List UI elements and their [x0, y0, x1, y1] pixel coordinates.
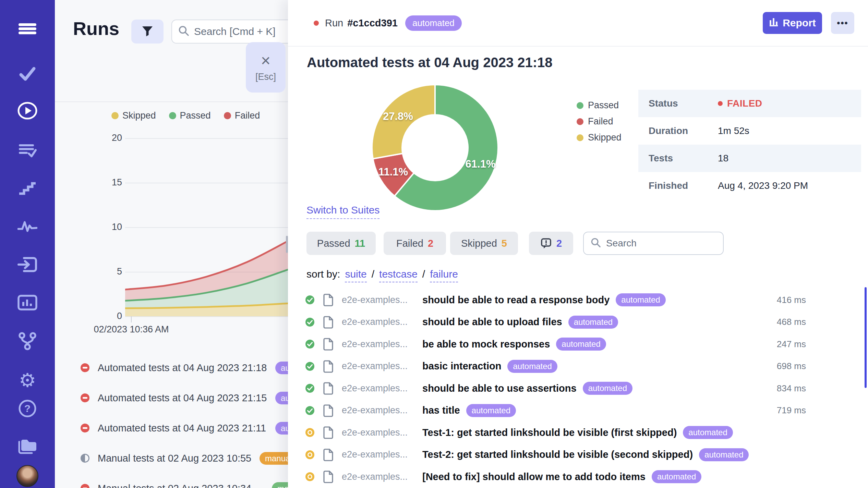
test-name[interactable]: Test-1: get started linkshould be visibl…: [422, 427, 677, 438]
run-row-badge: manual: [272, 482, 288, 488]
test-name[interactable]: be able to mock responses: [422, 339, 550, 350]
y-tick-label: 0: [89, 311, 122, 321]
filter-button[interactable]: [131, 20, 164, 44]
test-list: e2e-examples... should be able to read a…: [288, 289, 868, 488]
run-detail-panel: Run #c1ccd391 automated Report ••• Autom…: [288, 0, 868, 488]
test-row[interactable]: e2e-examples... should be able to upload…: [288, 311, 868, 333]
user-avatar[interactable]: [16, 465, 38, 487]
status-row-label: Finished: [638, 180, 718, 191]
legend-item: Skipped: [111, 110, 156, 121]
run-failed-icon: [80, 423, 90, 433]
run-row-title: Automated tests at 04 Aug 2023 21:15: [98, 387, 267, 409]
test-name[interactable]: should be able to read a response body: [422, 294, 610, 306]
file-icon: [323, 471, 334, 485]
status-row-value: FAILED: [718, 98, 762, 109]
activity-pulse-icon[interactable]: [0, 216, 55, 237]
sign-in-icon[interactable]: [0, 254, 55, 275]
run-manual-icon: [80, 453, 90, 463]
test-suite: e2e-examples...: [342, 289, 408, 311]
test-duration: 468 ms: [777, 311, 806, 333]
test-row[interactable]: e2e-examples... should be able to read a…: [288, 289, 868, 311]
area-chart-legend: Skipped Passed Failed: [111, 110, 260, 121]
test-passed-icon: [305, 317, 315, 327]
test-row[interactable]: e2e-examples... should be able to use as…: [288, 377, 868, 399]
donut-legend-dot: [577, 102, 583, 109]
run-row[interactable]: Automated tests at 04 Aug 2023 21:15 aut…: [55, 387, 288, 409]
test-badge: automated: [652, 470, 701, 483]
run-row[interactable]: Manual tests at 02 Aug 2023 10:34 manual: [55, 477, 288, 488]
test-skipped-icon: [305, 472, 315, 481]
test-name[interactable]: basic interaction: [422, 361, 501, 372]
test-row[interactable]: e2e-examples... has title automated 719 …: [288, 400, 868, 422]
donut-slice-label: 27.8%: [383, 110, 413, 122]
file-icon: [323, 426, 334, 440]
test-name[interactable]: Test-2: get started linkshould be visibl…: [422, 449, 693, 460]
runs-search: [171, 20, 288, 44]
test-duration: 834 ms: [777, 377, 806, 399]
check-icon[interactable]: [0, 63, 55, 84]
close-detail-button[interactable]: × [Esc]: [246, 42, 286, 93]
test-name[interactable]: has title: [422, 405, 460, 416]
run-row-title: Manual tests at 02 Aug 2023 10:34: [98, 477, 251, 488]
tests-search-input[interactable]: [606, 238, 723, 249]
sort-prefix: sort by:: [306, 268, 340, 280]
help-icon[interactable]: ?: [0, 398, 55, 419]
test-row[interactable]: e2e-examples... basic interaction automa…: [288, 355, 868, 377]
hamburger-menu-icon[interactable]: [0, 19, 55, 39]
settings-gear-icon[interactable]: ⚙: [0, 370, 55, 391]
folder-icon[interactable]: [0, 436, 55, 456]
more-options-button[interactable]: •••: [831, 12, 854, 34]
git-branch-icon[interactable]: [0, 331, 55, 351]
run-row-badge: manual: [260, 452, 288, 465]
test-name[interactable]: should be able to upload files: [422, 316, 562, 328]
test-row[interactable]: e2e-examples... [Need to fix] should all…: [288, 466, 868, 488]
file-icon: [323, 382, 334, 396]
test-badge: automated: [466, 404, 516, 417]
sort-link[interactable]: suite: [345, 268, 366, 282]
run-row-title: Automated tests at 04 Aug 2023 21:11: [98, 417, 266, 439]
test-duration: 698 ms: [777, 355, 806, 377]
status-table-row: Duration 1m 52s: [638, 117, 861, 145]
test-badge: automated: [699, 448, 749, 461]
filter-chip-failed[interactable]: Failed 2: [384, 232, 446, 255]
steps-icon[interactable]: [0, 177, 55, 198]
donut-legend-dot: [577, 134, 583, 141]
report-button[interactable]: Report: [763, 12, 822, 34]
file-icon: [323, 338, 334, 352]
comments-filter-chip[interactable]: 2: [529, 232, 573, 255]
test-badge: automated: [683, 426, 733, 439]
test-name[interactable]: should be able to use assertions: [422, 383, 577, 394]
funnel-icon: [141, 25, 154, 38]
test-badge: automated: [507, 360, 557, 373]
test-row[interactable]: e2e-examples... Test-1: get started link…: [288, 422, 868, 443]
run-row[interactable]: Automated tests at 04 Aug 2023 21:11 aut…: [55, 417, 288, 439]
bar-chart-panel-icon[interactable]: [0, 292, 55, 313]
filter-chip-passed[interactable]: Passed 11: [306, 232, 376, 255]
test-name[interactable]: [Need to fix] should allow me to add tod…: [422, 471, 646, 483]
status-row-value: 1m 52s: [718, 125, 749, 136]
run-row-badge: automated: [275, 362, 288, 374]
run-row[interactable]: Automated tests at 04 Aug 2023 21:18 aut…: [55, 357, 288, 379]
detail-scrollbar-thumb[interactable]: [865, 287, 867, 388]
runs-search-input[interactable]: [194, 26, 288, 37]
legend-dot: [224, 112, 231, 119]
play-circle-icon[interactable]: [0, 100, 55, 121]
filter-chip-skipped[interactable]: Skipped 5: [450, 232, 518, 255]
run-row[interactable]: Manual tests at 02 Aug 2023 10:55 manual: [55, 447, 288, 469]
test-suite: e2e-examples...: [342, 333, 408, 355]
run-row-badge: automated: [275, 422, 288, 435]
test-suite: e2e-examples...: [342, 311, 408, 333]
test-row[interactable]: e2e-examples... be able to mock response…: [288, 333, 868, 355]
switch-to-suites-link[interactable]: Switch to Suites: [306, 204, 379, 219]
sort-link[interactable]: failure: [430, 268, 458, 282]
list-check-icon[interactable]: [0, 140, 55, 160]
esc-hint: [Esc]: [255, 72, 276, 82]
test-suite: e2e-examples...: [342, 355, 408, 377]
test-row[interactable]: e2e-examples... Test-2: get started link…: [288, 444, 868, 466]
close-icon: ×: [261, 52, 270, 69]
test-passed-icon: [305, 295, 315, 305]
status-row-label: Status: [638, 98, 718, 109]
sort-link[interactable]: testcase: [379, 268, 418, 282]
search-icon: [591, 237, 601, 249]
file-icon: [323, 316, 334, 330]
